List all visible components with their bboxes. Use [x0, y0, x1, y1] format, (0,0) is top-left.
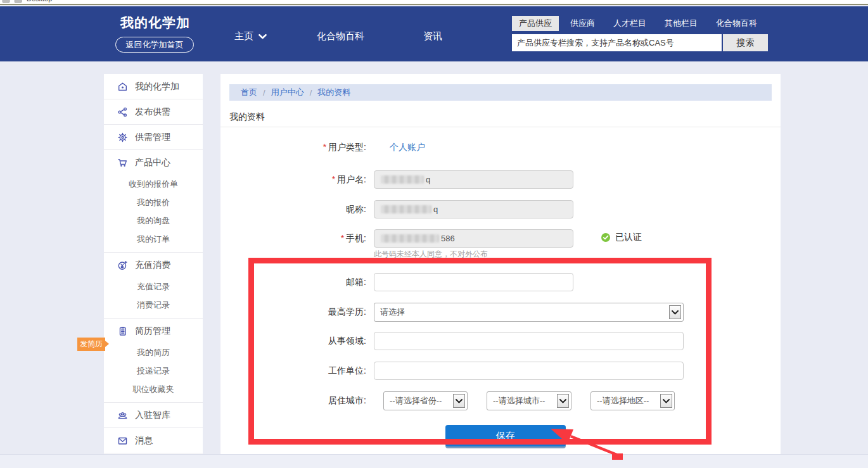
search-button[interactable]: 搜索: [723, 34, 768, 51]
select-arrow-icon: [557, 394, 569, 408]
nav-item-home[interactable]: 主页: [234, 30, 267, 42]
sidebar-item-my-chemplus[interactable]: 我的化学加: [104, 74, 203, 99]
folder-icon: [15, 0, 22, 3]
sidebar-item-recharge-records[interactable]: 充值记录: [104, 277, 203, 296]
education-select[interactable]: 请选择: [374, 303, 684, 322]
tab-other[interactable]: 其他栏目: [658, 16, 705, 31]
email-label: 邮箱:: [265, 277, 366, 288]
province-select[interactable]: --请选择省份--: [383, 391, 468, 410]
divider: [220, 127, 781, 127]
page-title: 我的资料: [229, 111, 265, 123]
coin-yen-icon: [117, 260, 128, 270]
save-button[interactable]: 保存: [445, 425, 566, 446]
redacted-value: [381, 205, 431, 213]
sidebar-item-label: 供需管理: [135, 132, 170, 143]
nav-home-label: 主页: [234, 30, 253, 42]
sidebar-item-label: 入驻智库: [135, 410, 170, 421]
sidebar-item-publish-supply-demand[interactable]: 发布供需: [104, 99, 203, 124]
sidebar-item-recharge-consume[interactable]: 充值消费: [104, 253, 203, 277]
main-panel: 首页 / 用户中心 / 我的资料 我的资料 *用户类型: 个人账户 *用户名: …: [220, 74, 781, 454]
sidebar-item-my-quotes[interactable]: 我的报价: [104, 193, 203, 212]
user-type-value[interactable]: 个人账户: [390, 142, 425, 153]
header: 我的化学加 返回化学加首页 主页 化合物百科 资讯 产品供应 供应商 人才栏目 …: [0, 6, 868, 61]
bookmark-label: Desktop: [27, 0, 52, 3]
sidebar-item-resume-manage[interactable]: 简历管理: [104, 319, 203, 343]
sidebar-item-job-favorites[interactable]: 职位收藏夹: [104, 380, 203, 398]
nickname-label: 昵称:: [265, 204, 366, 215]
footer-strip: [0, 454, 868, 468]
site-logo: 我的化学加: [117, 14, 193, 32]
resume-icon: [117, 326, 128, 336]
username-field: q: [374, 170, 573, 189]
mail-icon: [117, 436, 128, 446]
sidebar: 我的化学加 发布供需 供需管理 产品中心 收到的报价单 我的报价 我的询盘 我的…: [104, 74, 203, 468]
field-input[interactable]: [374, 332, 684, 350]
province-selected-value: --请选择省份--: [390, 395, 442, 407]
email-field[interactable]: [374, 273, 573, 291]
sidebar-item-my-orders[interactable]: 我的订单: [104, 230, 203, 248]
phone-privacy-note: 此号码未经本人同意，不对外公布: [374, 249, 488, 260]
post-resume-tag[interactable]: 发简历: [77, 338, 105, 351]
sidebar-item-my-resume[interactable]: 我的简历: [104, 343, 203, 362]
username-label: *用户名:: [265, 174, 366, 186]
home-icon: [117, 82, 128, 92]
select-arrow-icon: [453, 394, 465, 408]
field-label: 从事领域:: [265, 336, 366, 347]
search-input[interactable]: [512, 34, 722, 51]
sidebar-item-join-thinktank[interactable]: 入驻智库: [104, 403, 203, 427]
sidebar-item-received-quotes[interactable]: 收到的报价单: [104, 175, 203, 193]
tab-suppliers[interactable]: 供应商: [563, 16, 602, 31]
city-select[interactable]: --请选择城市--: [487, 391, 571, 410]
company-input[interactable]: [374, 362, 684, 380]
nav-item-compound-wiki[interactable]: 化合物百科: [317, 30, 364, 42]
cart-icon: [117, 158, 128, 168]
phone-verified-badge: 已认证: [601, 232, 642, 243]
district-selected-value: --请选择地区--: [597, 395, 649, 407]
required-asterisk: *: [323, 142, 326, 152]
district-select[interactable]: --请选择地区--: [590, 391, 675, 410]
sidebar-item-product-center[interactable]: 产品中心: [104, 150, 203, 175]
breadcrumb-separator: /: [310, 88, 312, 98]
required-asterisk: *: [332, 174, 335, 184]
username-visible-fragment: q: [426, 175, 430, 184]
sidebar-item-label: 产品中心: [135, 157, 170, 168]
nickname-visible-fragment: q: [433, 205, 438, 214]
sidebar-item-consume-records[interactable]: 消费记录: [104, 296, 203, 314]
check-circle-icon: [601, 232, 611, 243]
company-label: 工作单位:: [265, 365, 366, 377]
user-type-label: *用户类型:: [265, 142, 366, 153]
sidebar-item-messages[interactable]: 消息: [104, 428, 203, 453]
tab-product-supply[interactable]: 产品供应: [512, 16, 559, 31]
sidebar-item-supply-demand-manage[interactable]: 供需管理: [104, 125, 203, 149]
breadcrumb-home[interactable]: 首页: [241, 87, 257, 98]
gear-icon: [117, 132, 128, 142]
redacted-value: [381, 234, 439, 243]
breadcrumb-user-center[interactable]: 用户中心: [271, 87, 304, 98]
search-bar: 搜索: [512, 34, 768, 51]
sidebar-item-label: 消息: [135, 435, 153, 446]
sidebar-item-label: 简历管理: [135, 326, 170, 337]
nav-item-news[interactable]: 资讯: [423, 30, 442, 42]
phone-field: 586: [374, 229, 573, 248]
select-arrow-icon: [660, 394, 672, 408]
breadcrumb-my-profile[interactable]: 我的资料: [317, 87, 350, 98]
share-icon: [117, 107, 128, 117]
education-label: 最高学历:: [265, 307, 366, 318]
tab-compound-wiki[interactable]: 化合物百科: [709, 16, 764, 31]
sidebar-item-label: 我的化学加: [135, 81, 179, 92]
sidebar-item-application-records[interactable]: 投递记录: [104, 362, 203, 380]
breadcrumb-separator: /: [263, 88, 265, 98]
sidebar-item-my-inquiries[interactable]: 我的询盘: [104, 212, 203, 230]
sidebar-item-label: 充值消费: [135, 260, 170, 271]
search-category-tabs: 产品供应 供应商 人才栏目 其他栏目 化合物百科: [512, 18, 764, 31]
back-to-home-button[interactable]: 返回化学加首页: [115, 37, 194, 53]
chevron-down-icon: [258, 34, 267, 39]
phone-visible-fragment: 586: [441, 234, 455, 243]
bookmark-icon: [3, 0, 10, 3]
required-asterisk: *: [341, 233, 344, 243]
verified-label: 已认证: [615, 232, 642, 243]
select-arrow-icon: [669, 305, 681, 319]
nickname-field: q: [374, 200, 573, 218]
browser-bookmarks-fragment: Desktop: [0, 0, 868, 5]
tab-talent[interactable]: 人才栏目: [606, 16, 653, 31]
